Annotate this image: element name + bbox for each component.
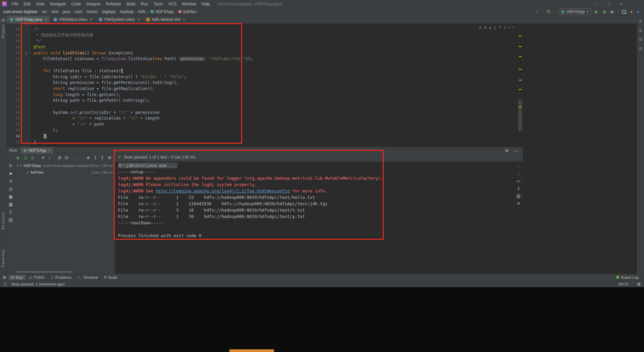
collapse-all-icon[interactable]: ⊟: [65, 156, 68, 160]
soft-wrap-icon[interactable]: ↩: [517, 179, 520, 183]
toolwindow-button-build[interactable]: ⚒Build: [101, 275, 120, 280]
menu-item-run[interactable]: Run: [138, 0, 151, 8]
export-test-results-icon[interactable]: ↥: [101, 156, 104, 160]
hide-passed-icon[interactable]: ✔: [42, 156, 45, 160]
sort-by-duration-icon[interactable]: ↕: [48, 156, 51, 160]
menu-item-help[interactable]: Help: [199, 0, 213, 8]
restore-layout-icon[interactable]: ⟲: [9, 179, 13, 183]
test-history-icon[interactable]: ⊕: [87, 156, 90, 160]
editor-tab-hdfs-default-xml[interactable]: xhdfs-default.xml×: [143, 15, 189, 24]
breadcrumb-item[interactable]: com.imooc.bigdata: [3, 9, 38, 14]
editor-tab-filestatus-class[interactable]: CFileStatus.class×: [50, 15, 96, 24]
run-icon[interactable]: ▶: [595, 9, 598, 14]
close-icon[interactable]: ×: [48, 148, 50, 153]
sidebar-item-structure[interactable]: Structure: [1, 212, 5, 230]
breadcrumb-item[interactable]: imooc: [86, 9, 98, 14]
close-button[interactable]: ×: [615, 1, 627, 6]
toolbox-icon[interactable]: ◫: [3, 282, 7, 286]
menu-item-tools[interactable]: Tools: [151, 0, 166, 8]
layout-icon[interactable]: ▤: [9, 218, 13, 222]
previous-issue-icon[interactable]: ˄: [508, 26, 510, 29]
print-icon[interactable]: ▤: [517, 194, 521, 198]
project-tool-icon[interactable]: ▤: [1, 18, 5, 22]
right-tool-icon-1[interactable]: ≣: [639, 19, 642, 23]
breadcrumb-item[interactable]: com: [74, 9, 83, 14]
caret-position[interactable]: 84:10: [619, 282, 629, 286]
inspections-widget[interactable]: ⚠ 9 ▲ 1 ✔ 1 ˄ ˅: [479, 25, 515, 30]
next-issue-icon[interactable]: ˅: [513, 26, 515, 29]
menu-item-view[interactable]: View: [33, 0, 47, 8]
rerun-tests-icon[interactable]: ▶: [17, 156, 20, 160]
menu-item-refactor[interactable]: Refactor: [103, 0, 124, 8]
menu-item-analyze[interactable]: Analyze: [84, 0, 103, 8]
toolwindow-switcher-icon[interactable]: ▦: [3, 275, 6, 279]
rerun-failed-tests-icon[interactable]: ☑: [23, 156, 28, 160]
pin-tab-icon[interactable]: ◎: [9, 187, 12, 191]
menu-item-edit[interactable]: Edit: [21, 0, 33, 8]
close-tab-icon[interactable]: ×: [90, 17, 92, 22]
editor-tab-hdfsapp-java[interactable]: CHDFSApp.java×: [7, 15, 50, 24]
import-test-results-icon[interactable]: ↧: [94, 156, 97, 160]
breadcrumb-item[interactable]: bigdata: [102, 9, 116, 14]
settings-gear-icon[interactable]: ⚙: [505, 148, 509, 153]
scrollbar-thumb[interactable]: [518, 99, 522, 131]
breadcrumb-item[interactable]: hadoop: [119, 9, 134, 14]
run-configuration-select[interactable]: HDFSApp ▾: [558, 8, 591, 15]
previous-failed-test-icon[interactable]: ↑: [72, 156, 74, 160]
right-tool-icon-3[interactable]: ≣: [639, 38, 642, 41]
breadcrumb-method[interactable]: mlistFiles: [177, 9, 197, 14]
menu-item-code[interactable]: Code: [68, 0, 84, 8]
search-everywhere-icon[interactable]: [622, 10, 626, 14]
scroll-down-icon[interactable]: ↓: [518, 172, 520, 176]
toolwindow-button-problems[interactable]: ⚠Problems: [48, 275, 74, 280]
menu-item-build[interactable]: Build: [124, 0, 138, 8]
event-log-button[interactable]: Event Log: [616, 275, 644, 279]
sidebar-item-project[interactable]: Project: [1, 24, 5, 38]
breadcrumb-class[interactable]: CHDFSApp: [150, 9, 174, 14]
chevron-down-icon[interactable]: ▾: [17, 164, 18, 167]
breadcrumb-item[interactable]: test: [51, 9, 59, 14]
hide-panel-icon[interactable]: —: [514, 148, 519, 153]
debug-icon[interactable]: ◉: [602, 9, 606, 14]
build-project-icon[interactable]: ⚒: [546, 9, 550, 14]
notification-icon[interactable]: ●: [637, 9, 639, 14]
menu-item-file[interactable]: File: [9, 0, 21, 8]
toolwindow-button-todo[interactable]: ◎TODO: [26, 275, 47, 280]
gradle-icon[interactable]: ●: [630, 9, 633, 14]
run-tab-hdfsapp[interactable]: HDFSApp ×: [20, 147, 53, 154]
right-tool-icon-2[interactable]: ≣: [639, 29, 642, 32]
clear-console-icon[interactable]: ✕: [517, 201, 520, 206]
breadcrumb-item[interactable]: hdfs: [138, 9, 147, 14]
close-tab-icon[interactable]: ×: [137, 17, 140, 22]
stop-icon[interactable]: ⊘: [31, 156, 35, 160]
right-tool-icon-4[interactable]: ≣: [639, 47, 642, 50]
test-tree-row[interactable]: ✔listFiles5 sec 138 ms: [15, 169, 115, 176]
menu-item-navigate[interactable]: Navigate: [47, 0, 68, 8]
test-tree-row[interactable]: ▾✔HDFSApp(com.imooc.bigdata.hadoop.hdfs)…: [15, 162, 115, 169]
maximize-button[interactable]: □: [603, 1, 615, 6]
minimize-button[interactable]: –: [591, 1, 603, 6]
rerun-icon[interactable]: ↻: [9, 164, 13, 168]
stop-process-icon[interactable]: ■: [9, 171, 12, 176]
breadcrumb-item[interactable]: java: [62, 9, 71, 14]
close-tab-icon[interactable]: ×: [45, 17, 47, 22]
close-tab-icon[interactable]: ×: [183, 17, 185, 22]
error-stripe[interactable]: [518, 24, 523, 147]
profile-icon[interactable]: ◔: [535, 9, 538, 14]
attach-icon[interactable]: ↧: [9, 210, 13, 214]
expand-all-icon[interactable]: ⊞: [58, 156, 61, 160]
editor-tab-filesystem-class[interactable]: CFileSystem.class×: [96, 15, 143, 24]
thread-dump-icon[interactable]: ▣: [9, 194, 13, 199]
toolwindow-button-terminal[interactable]: >_Terminal: [75, 275, 101, 280]
sidebar-item-favorites[interactable]: Favorites: [1, 249, 5, 267]
next-failed-test-icon[interactable]: ↓: [77, 156, 79, 160]
breadcrumb-item[interactable]: src: [41, 9, 48, 14]
scroll-up-icon[interactable]: ↑: [518, 164, 520, 169]
menu-item-window[interactable]: Window: [179, 0, 199, 8]
toolwindow-button-run[interactable]: ▶Run: [9, 275, 25, 280]
menu-item-vcs[interactable]: VCS: [166, 0, 179, 8]
coverage-icon[interactable]: ◈: [610, 9, 613, 14]
horizontal-scrollbar[interactable]: [15, 271, 72, 273]
scroll-to-end-icon[interactable]: ↧: [517, 186, 520, 191]
run-settings-icon[interactable]: ⚙: [108, 156, 112, 160]
